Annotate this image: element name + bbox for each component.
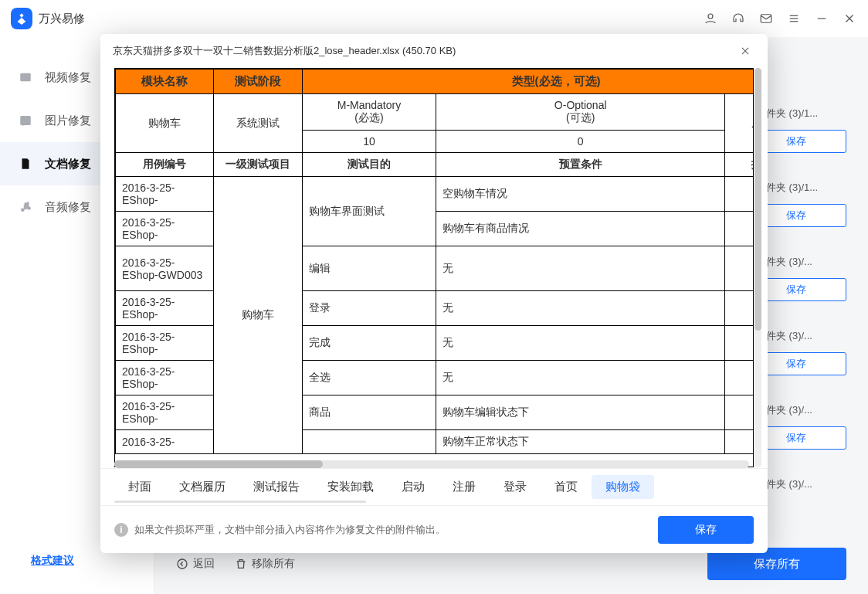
info-icon: i <box>114 523 128 537</box>
sidebar-item-label: 图片修复 <box>45 114 91 128</box>
remove-all-button[interactable]: 移除所有 <box>235 557 295 571</box>
close-icon[interactable] <box>735 41 755 61</box>
horizontal-scrollbar[interactable] <box>114 460 749 468</box>
back-icon <box>176 558 188 570</box>
table-row: 2016-3-25-EShop- 登录 无 <box>116 291 754 326</box>
mail-icon[interactable] <box>752 5 780 32</box>
table-row: 2016-3-25-EShop- 商品 购物车编辑状态下 <box>116 395 754 430</box>
remove-all-label: 移除所有 <box>252 557 295 571</box>
sidebar-footer: 格式建议 <box>0 553 154 594</box>
sidebar-item-label: 文档修复 <box>45 157 91 171</box>
sheet-tab-cart[interactable]: 购物袋 <box>592 475 654 499</box>
sidebar-item-label: 音频修复 <box>45 200 91 215</box>
document-icon <box>17 155 34 172</box>
table-row: 2016-3-25-EShop- 全选 无 <box>116 361 754 395</box>
preview-area: 模块名称 测试阶段 类型(必选，可选) 购物车 系统测试 M-Mandatory… <box>100 68 768 468</box>
modal-filename: 京东天猫拼多多双十一双十二销售数据分析版2_lose_header.xlsx (… <box>113 44 735 58</box>
back-label: 返回 <box>193 557 215 571</box>
sheet-underline <box>114 501 366 503</box>
sheet-tab-cover[interactable]: 封面 <box>114 475 165 499</box>
app-logo <box>11 8 32 29</box>
th-l1: 一级测试项目 <box>213 153 302 177</box>
trash-icon <box>235 558 247 570</box>
modal-filename-text: 京东天猫拼多多双十一双十二销售数据分析版2_lose_header.xlsx <box>113 45 399 56</box>
table-row: 2016-3-25-EShop- 购物车 购物车界面测试 空购物车情况 <box>116 177 754 212</box>
close-window-icon[interactable] <box>836 5 863 32</box>
support-icon[interactable] <box>724 5 752 32</box>
sheet-tabs: 封面 文档履历 测试报告 安装卸载 启动 注册 登录 首页 购物袋 <box>100 468 768 505</box>
th-module: 模块名称 <box>116 70 214 94</box>
video-icon <box>17 69 34 86</box>
modal-info-text: 如果文件损坏严重，文档中部分插入内容将作为修复文件的附件输出。 <box>134 523 446 537</box>
minimize-icon[interactable] <box>808 5 836 32</box>
td-module-col: 购物车 <box>213 177 302 454</box>
preview-scroll[interactable]: 模块名称 测试阶段 类型(必选，可选) 购物车 系统测试 M-Mandatory… <box>114 68 754 467</box>
td-m: M-Mandatory(必选) <box>303 94 436 131</box>
sidebar-item-label: 视频修复 <box>45 70 91 85</box>
th-precond: 预置条件 <box>436 153 725 177</box>
modal-footer: i 如果文件损坏严重，文档中部分插入内容将作为修复文件的附件输出。 保存 <box>100 505 768 553</box>
svg-point-14 <box>21 209 25 212</box>
vertical-scrollbar[interactable] <box>754 68 761 467</box>
sheet-tab-register[interactable]: 注册 <box>439 475 490 499</box>
table-row: 2016-3-25-EShop- 完成 无 <box>116 326 754 361</box>
image-icon <box>17 112 34 129</box>
preview-table: 模块名称 测试阶段 类型(必选，可选) 购物车 系统测试 M-Mandatory… <box>115 69 754 454</box>
sheet-tab-login[interactable]: 登录 <box>490 475 541 499</box>
td-total-label: 用例总 <box>725 94 754 153</box>
app-title: 万兴易修 <box>39 12 85 26</box>
modal-filesize: (450.70 KB) <box>402 45 456 56</box>
sheet-tab-launch[interactable]: 启动 <box>388 475 439 499</box>
titlebar: 万兴易修 <box>0 0 868 37</box>
audio-icon <box>17 199 34 216</box>
th-type: 类型(必选，可选) <box>303 70 754 94</box>
preview-modal: 京东天猫拼多多双十一双十二销售数据分析版2_lose_header.xlsx (… <box>100 34 768 553</box>
back-button[interactable]: 返回 <box>176 557 215 571</box>
modal-mask: 京东天猫拼多多双十一双十二销售数据分析版2_lose_header.xlsx (… <box>0 0 868 594</box>
modal-save-button[interactable]: 保存 <box>658 516 754 544</box>
svg-point-15 <box>27 206 31 210</box>
table-row: 2016-3-25- 购物车正常状态下 <box>116 430 754 454</box>
sheet-tab-report[interactable]: 测试报告 <box>239 475 314 499</box>
td-o-count: 0 <box>436 131 725 153</box>
modal-header: 京东天猫拼多多双十一双十二销售数据分析版2_lose_header.xlsx (… <box>100 34 768 68</box>
th-stage: 测试阶段 <box>213 70 302 94</box>
sheet-tab-install[interactable]: 安装卸载 <box>314 475 388 499</box>
td-module-val: 购物车 <box>116 94 214 153</box>
svg-rect-1 <box>761 15 771 23</box>
sheet-tab-home[interactable]: 首页 <box>541 475 592 499</box>
th-case-no: 用例编号 <box>116 153 214 177</box>
modal-info: i 如果文件损坏严重，文档中部分插入内容将作为修复文件的附件输出。 <box>114 523 446 537</box>
svg-point-0 <box>708 14 713 19</box>
account-icon[interactable] <box>697 5 724 32</box>
th-steps: 操作步 <box>725 153 754 177</box>
td-stage-val: 系统测试 <box>213 94 302 153</box>
svg-point-16 <box>178 559 187 569</box>
table-row: 2016-3-25-EShop-GWD003 编辑 无 <box>116 246 754 291</box>
sheet-tab-history[interactable]: 文档履历 <box>165 475 239 499</box>
td-m-count: 10 <box>303 131 436 153</box>
td-o: O-Optional(可选) <box>436 94 725 131</box>
th-purpose: 测试目的 <box>303 153 436 177</box>
menu-icon[interactable] <box>780 5 808 32</box>
format-suggestion-link[interactable]: 格式建议 <box>31 554 74 566</box>
svg-point-11 <box>22 118 25 120</box>
